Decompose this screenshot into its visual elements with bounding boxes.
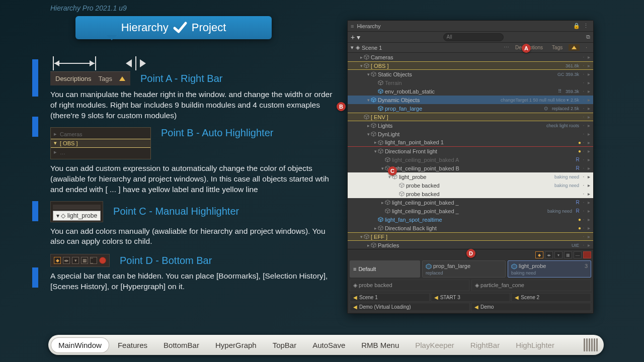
manual-highlight-snippet: ▾ ◇ light_probe bbox=[53, 211, 101, 221]
nav-tab[interactable]: Features bbox=[111, 338, 154, 352]
ctl-nav[interactable]: ◂▸ bbox=[545, 251, 553, 258]
hierarchy-tree[interactable]: ▸Cameras·▸▾[ OBS ]361.8k·▸▾Static Object… bbox=[348, 53, 593, 249]
tree-row[interactable]: [ ENV ]·▸ bbox=[348, 113, 593, 121]
bookmark-card-selected[interactable]: light_probe3baking need bbox=[508, 260, 591, 278]
section-marker bbox=[32, 59, 38, 97]
tree-row[interactable]: ▸Lightscheck light roots·▸ bbox=[348, 121, 593, 130]
nav-tab[interactable]: RMB Menu bbox=[354, 338, 406, 352]
nav-tab[interactable]: HighLighter bbox=[509, 338, 561, 352]
tree-row[interactable]: prop_fan_large⊙replaced 2.5k·▸ bbox=[348, 104, 593, 113]
tree-row[interactable]: ▾Static ObjectsGC 359.3k·▸ bbox=[348, 70, 593, 78]
app-title: Hierarchy Pro 2021.1 u9 bbox=[50, 4, 127, 12]
search-input[interactable] bbox=[443, 33, 504, 41]
panel-title: Hierarchy bbox=[357, 23, 380, 29]
tree-row[interactable]: ▾[ OBS ]361.8k·▸ bbox=[348, 61, 593, 70]
point-b-title: Point B - Auto Highlighter bbox=[161, 127, 273, 139]
right-bar-snippet: Descriptions Tags bbox=[50, 71, 130, 85]
hierarchy-panel: A B C D ≡ Hierarchy 🔒 ⋮ + ▾ ⧉ ▾◈Scene 1 … bbox=[347, 20, 594, 314]
section-marker bbox=[32, 117, 38, 137]
drag-grip-icon[interactable]: ≡ bbox=[351, 23, 354, 29]
scene-item[interactable]: ◀Scene 1 bbox=[350, 293, 430, 302]
unity-icon: ◈ bbox=[356, 44, 360, 51]
tree-row[interactable]: light_ceiling_point_baked _baking needR·… bbox=[348, 207, 593, 215]
tree-row[interactable]: ▸ParticlesUIE·▸ bbox=[348, 241, 593, 249]
scene-item[interactable]: ◀Demo bbox=[471, 303, 591, 311]
tree-row[interactable]: ▸Cameras·▸ bbox=[348, 53, 593, 61]
svg-marker-4 bbox=[90, 60, 95, 66]
col-tags[interactable]: Tags bbox=[549, 45, 566, 50]
warning-triangle-icon bbox=[119, 76, 125, 81]
point-c-body: You can add colors manually (awaliable f… bbox=[50, 226, 337, 247]
tree-row[interactable]: light_fan_spot_realtime●·▸ bbox=[348, 215, 593, 224]
popout-icon[interactable]: ⧉ bbox=[586, 34, 590, 40]
point-a-body: You can manipulate the header right in t… bbox=[50, 89, 337, 121]
ctl-dash[interactable]: –– bbox=[574, 251, 582, 258]
tree-row[interactable]: ▾light_probebaking need·▸ bbox=[348, 172, 593, 181]
scene-name[interactable]: Scene 1 bbox=[362, 45, 382, 51]
ctl-grid[interactable]: ▦ bbox=[564, 251, 572, 258]
ctl-orange[interactable]: ◆ bbox=[535, 251, 543, 258]
tree-row[interactable]: ▾Directional Front light●·▸ bbox=[348, 147, 593, 155]
point-d-title: Point D - Bottom Bar bbox=[120, 255, 212, 266]
resize-arrows-icon bbox=[50, 52, 148, 72]
nav-tab[interactable]: PlayKeeper bbox=[408, 338, 461, 352]
tree-row[interactable]: ▸Directional Back light●·▸ bbox=[348, 224, 593, 232]
nav-tab[interactable]: BottomBar bbox=[156, 338, 206, 352]
tree-row[interactable]: ▸light_fan_point_baked 1●·▸ bbox=[348, 138, 593, 147]
bottom-bar: ◆ ◂▸ ▾ ▦ –– ≡ Default prop_fan_largerepl… bbox=[348, 249, 593, 313]
tree-row[interactable]: Terrain·▸ bbox=[348, 78, 593, 87]
add-button[interactable]: + ▾ bbox=[351, 33, 360, 41]
tree-row[interactable]: ▾DynLight·▸ bbox=[348, 130, 593, 138]
ctl-record[interactable] bbox=[583, 251, 591, 258]
badge-c: C bbox=[388, 166, 397, 175]
ctl-drop[interactable]: ▾ bbox=[554, 251, 562, 258]
wide-item[interactable]: ◈ probe backed bbox=[350, 280, 469, 291]
point-c-title: Point C - Manual Highlighter bbox=[113, 206, 239, 217]
nav-grip-icon[interactable] bbox=[584, 338, 601, 351]
default-card[interactable]: ≡ Default bbox=[350, 260, 420, 278]
nav-tab[interactable]: TopBar bbox=[266, 338, 304, 352]
nav-tab[interactable]: AutoSave bbox=[305, 338, 352, 352]
tree-row[interactable]: ▾[ EFF ]·▸ bbox=[348, 232, 593, 241]
auto-highlight-snippet: ▸Cameras ▾[ OBS ] ▸… bbox=[50, 127, 151, 159]
tab-hierarchy[interactable]: Hierarchy bbox=[121, 21, 169, 34]
nav-tab[interactable]: HyperGraph bbox=[208, 338, 264, 352]
bookmark-card[interactable]: prop_fan_largereplaced bbox=[422, 260, 506, 278]
badge-b: B bbox=[337, 102, 346, 111]
badge-d: D bbox=[466, 249, 475, 258]
tab-project[interactable]: Project bbox=[192, 21, 226, 34]
point-a-title: Point A - Right Bar bbox=[140, 73, 222, 84]
menu-icon[interactable]: ⋮ bbox=[583, 23, 590, 30]
bottom-bar-snippet: ◆◂▸▾▦– – bbox=[50, 254, 110, 267]
tree-row[interactable]: ▸light_ceiling_point_baked _R·▸ bbox=[348, 198, 593, 207]
nav-tab[interactable]: MainWindow bbox=[51, 338, 109, 352]
tree-row[interactable]: ▾light_ceiling_point_baked BR·▸ bbox=[348, 164, 593, 172]
scene-item[interactable]: ◀Scene 2 bbox=[511, 293, 591, 302]
tree-row[interactable]: light_ceiling_point_baked AR·▸ bbox=[348, 155, 593, 164]
badge-a: A bbox=[522, 44, 531, 53]
svg-marker-3 bbox=[54, 60, 59, 66]
tree-row[interactable]: ▾Dynamic ObjectschangeTarget 1 50 null n… bbox=[348, 96, 593, 104]
tree-row[interactable]: env_robotLab_static⠿359.3k·▸ bbox=[348, 87, 593, 96]
mode-tabs[interactable]: Hierarchy Project bbox=[75, 16, 272, 39]
section-marker bbox=[32, 201, 38, 221]
tree-row[interactable]: probe backedbaking need·▸ bbox=[348, 181, 593, 190]
point-d-body: A special bar that can be hidden. You ca… bbox=[50, 271, 337, 292]
section-marker bbox=[32, 267, 38, 288]
col-end[interactable]: · bbox=[583, 45, 590, 50]
lock-icon[interactable]: 🔒 bbox=[573, 23, 580, 30]
svg-marker-7 bbox=[140, 59, 146, 67]
wide-item[interactable]: ◈ particle_fan_cone bbox=[471, 280, 591, 291]
scene-item[interactable]: ◀START 3 bbox=[431, 293, 511, 302]
check-icon bbox=[173, 20, 188, 35]
dots-icon[interactable]: ⋯ bbox=[504, 44, 509, 51]
svg-marker-6 bbox=[126, 59, 132, 67]
col-warning[interactable] bbox=[569, 44, 580, 51]
bottom-nav[interactable]: MainWindowFeaturesBottomBarHyperGraphTop… bbox=[48, 335, 604, 355]
tree-row[interactable]: probe backed·▸ bbox=[348, 190, 593, 198]
scene-item[interactable]: ◀Demo (Virtual Loading) bbox=[350, 303, 470, 311]
nav-tab[interactable]: RightBar bbox=[463, 338, 507, 352]
point-b-body: You can add custom expression to automat… bbox=[50, 163, 337, 195]
